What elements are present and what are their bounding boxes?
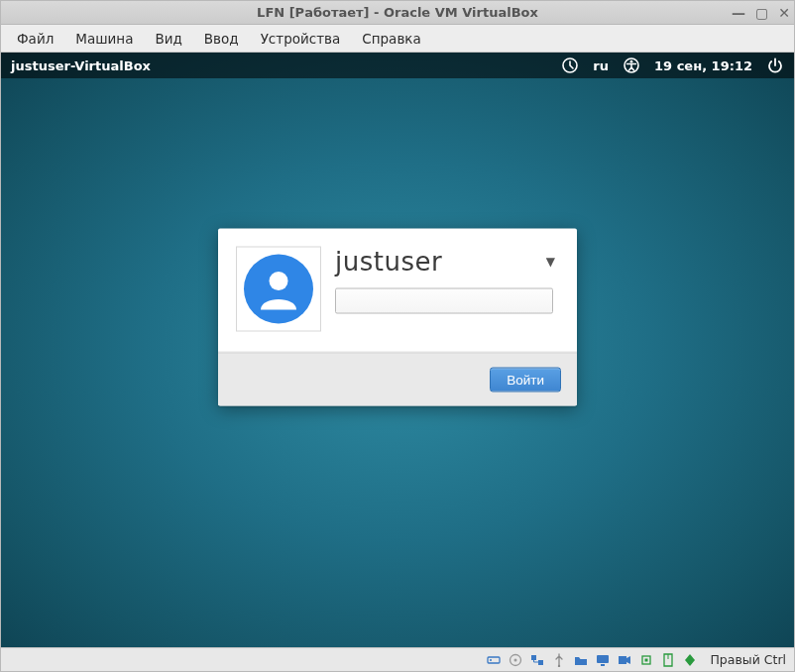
svg-rect-11: [597, 655, 609, 663]
guest-display: justuser-VirtualBox ru 19: [1, 53, 794, 647]
menu-file[interactable]: Файл: [7, 27, 63, 51]
guest-topbar: justuser-VirtualBox ru 19: [1, 53, 794, 78]
network-icon[interactable]: [529, 652, 545, 668]
menu-input[interactable]: Ввод: [194, 27, 249, 51]
cpu-icon[interactable]: [638, 652, 654, 668]
menu-machine[interactable]: Машина: [65, 27, 143, 51]
keyboard-captured-icon[interactable]: [682, 652, 698, 668]
svg-rect-13: [619, 656, 626, 664]
guest-indicators: ru 19 сен, 19:12: [561, 56, 784, 74]
mouse-integration-icon[interactable]: [660, 652, 676, 668]
svg-rect-8: [531, 655, 536, 660]
svg-rect-15: [645, 658, 648, 661]
maximize-button[interactable]: ▢: [755, 6, 768, 20]
window-titlebar[interactable]: LFN [Работает] - Oracle VM VirtualBox — …: [1, 1, 794, 25]
svg-point-3: [270, 272, 288, 290]
password-input[interactable]: [335, 288, 553, 314]
svg-rect-4: [488, 657, 500, 663]
optical-icon[interactable]: [508, 652, 523, 668]
recording-icon[interactable]: [617, 652, 632, 668]
vbox-menubar: Файл Машина Вид Ввод Устройства Справка: [1, 25, 794, 53]
language-indicator[interactable]: ru: [593, 58, 609, 73]
minimize-button[interactable]: —: [732, 6, 745, 20]
login-top: justuser ▼: [218, 229, 577, 353]
hdd-icon[interactable]: [486, 652, 502, 668]
svg-point-5: [490, 659, 492, 661]
user-select[interactable]: justuser ▼: [335, 247, 559, 277]
host-key-label[interactable]: Правый Ctrl: [710, 652, 786, 667]
menu-devices[interactable]: Устройства: [251, 27, 351, 51]
username-label: justuser: [335, 247, 442, 277]
chevron-down-icon[interactable]: ▼: [546, 255, 555, 269]
shared-folder-icon[interactable]: [573, 652, 589, 668]
login-button[interactable]: Войти: [490, 368, 561, 392]
close-button[interactable]: ✕: [778, 6, 790, 20]
display-icon[interactable]: [595, 652, 611, 668]
vbox-statusbar: Правый Ctrl: [1, 647, 794, 671]
usb-icon[interactable]: [551, 652, 567, 668]
svg-point-10: [558, 664, 560, 666]
clock[interactable]: 19 сен, 19:12: [654, 58, 752, 73]
menu-view[interactable]: Вид: [145, 27, 191, 51]
login-fields: justuser ▼: [335, 247, 559, 332]
virtualbox-window: LFN [Работает] - Oracle VM VirtualBox — …: [0, 0, 795, 672]
power-icon[interactable]: [766, 56, 784, 74]
guest-desktop[interactable]: justuser ▼ Войти: [1, 78, 794, 647]
svg-rect-12: [601, 664, 605, 666]
avatar-icon: [244, 255, 313, 324]
accessibility-icon[interactable]: [623, 56, 640, 74]
menu-help[interactable]: Справка: [352, 27, 430, 51]
avatar-frame: [236, 247, 321, 332]
svg-point-7: [514, 658, 517, 661]
guest-hostname: justuser-VirtualBox: [11, 58, 151, 73]
svg-point-2: [630, 60, 633, 63]
login-panel: justuser ▼ Войти: [218, 229, 577, 406]
window-title: LFN [Работает] - Oracle VM VirtualBox: [257, 5, 538, 20]
login-bottom: Войти: [218, 353, 577, 406]
window-controls: — ▢ ✕: [732, 1, 790, 24]
keyboard-layout-icon[interactable]: [561, 56, 579, 74]
